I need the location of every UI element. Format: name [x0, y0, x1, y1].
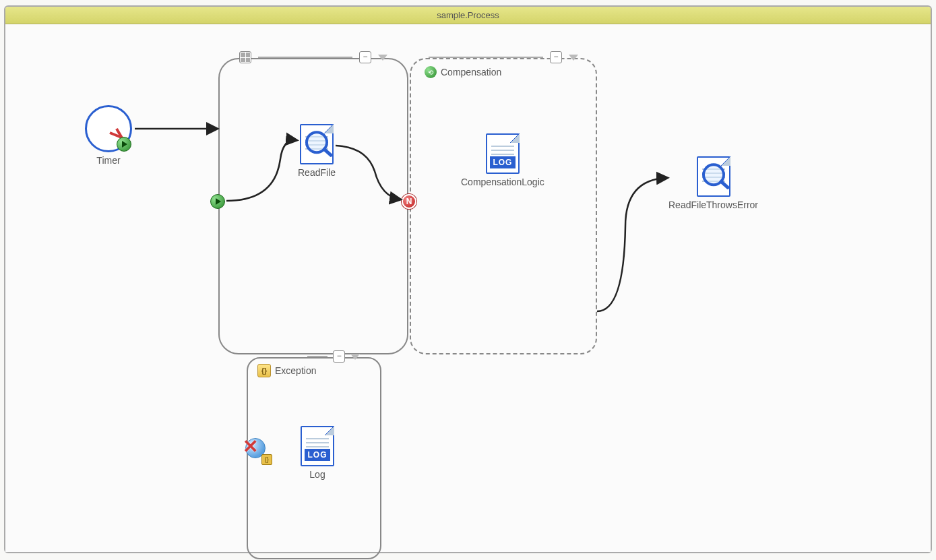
process-title-bar: sample.Process — [5, 7, 931, 24]
readfilethrowserror-activity[interactable]: ReadFileThrowsError — [668, 156, 758, 210]
toolbar-divider — [307, 356, 327, 357]
catch-badge-icon: {} — [261, 454, 272, 465]
log-band-icon: LOG — [490, 156, 516, 168]
readfilethrowserror-activity-label: ReadFileThrowsError — [668, 199, 758, 210]
file-icon — [300, 124, 334, 164]
dropdown-triangle-icon[interactable] — [378, 55, 387, 61]
process-title: sample.Process — [437, 10, 499, 20]
collapse-button[interactable]: − — [333, 350, 345, 363]
log-activity-label: Log — [301, 469, 334, 480]
scope-toolbar: − — [239, 51, 387, 63]
exception-scope-label: {} Exception — [257, 364, 316, 377]
compensation-scope[interactable]: − ⟲ Compensation — [410, 58, 597, 354]
file-lines-icon — [306, 438, 329, 439]
compensation-icon: ⟲ — [425, 66, 437, 78]
timer-activity-label: Timer — [85, 155, 132, 166]
timer-activity[interactable]: Timer — [85, 105, 132, 166]
catch-all-start[interactable]: ✕ {} — [245, 438, 268, 461]
file-lines-icon — [491, 146, 514, 147]
compensationlogic-activity[interactable]: LOG CompensationLogic — [461, 133, 544, 187]
collapse-button[interactable]: − — [550, 51, 562, 63]
log-activity[interactable]: LOG Log — [301, 426, 334, 480]
dropdown-triangle-icon[interactable] — [569, 55, 578, 61]
main-scope[interactable]: − — [218, 58, 408, 354]
error-x-icon: ✕ — [243, 435, 258, 458]
exception-label-text: Exception — [275, 365, 316, 376]
magnifier-icon — [305, 131, 328, 154]
compensationlogic-activity-label: CompensationLogic — [461, 177, 544, 187]
dropdown-triangle-icon[interactable] — [350, 354, 360, 360]
compensation-scope-label: ⟲ Compensation — [425, 66, 501, 78]
readfile-activity[interactable]: ReadFile — [298, 124, 336, 178]
collapse-button[interactable]: − — [359, 51, 371, 63]
scope-toolbar: − — [429, 51, 578, 63]
process-designer-frame: sample.Process − − ⟲ Compensation — [4, 5, 932, 553]
file-icon: LOG — [486, 133, 520, 174]
toolbar-divider — [429, 57, 543, 58]
compensation-label-text: Compensation — [441, 67, 501, 77]
readfile-activity-label: ReadFile — [298, 167, 336, 178]
exception-icon: {} — [257, 364, 271, 377]
toolbar-divider — [258, 57, 352, 58]
scope-toolbar: − — [307, 350, 360, 363]
process-canvas[interactable]: − − ⟲ Compensation − {} — [5, 24, 931, 552]
grip-icon[interactable] — [239, 51, 251, 63]
magnifier-icon — [702, 163, 725, 186]
start-badge-icon — [117, 137, 131, 152]
file-icon: LOG — [301, 426, 334, 466]
error-end-icon: N — [402, 194, 416, 209]
file-icon — [697, 156, 730, 197]
timer-icon — [85, 105, 132, 152]
scope-start-icon — [210, 194, 225, 209]
log-band-icon: LOG — [305, 449, 330, 461]
